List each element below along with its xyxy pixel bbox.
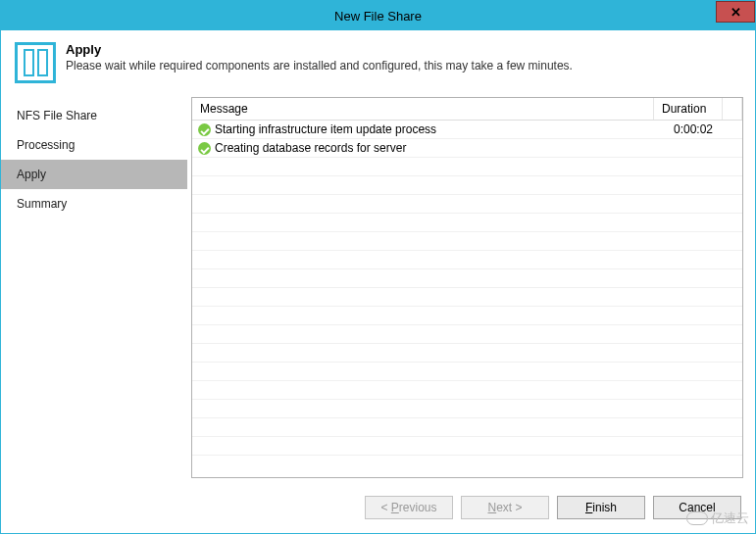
table-row-empty [192, 363, 742, 381]
column-header-pad [723, 98, 742, 120]
wizard-window: New File Share ✕ Apply Please wait while… [0, 0, 756, 534]
table-row: Starting infrastructure item update proc… [192, 121, 742, 139]
step-subtitle: Please wait while required components ar… [66, 59, 573, 73]
table-row-empty [192, 232, 742, 251]
wizard-content: Message Duration Starting infrastructure… [187, 89, 755, 486]
next-button: Next > [461, 496, 549, 519]
table-row-empty [192, 269, 742, 288]
wizard-body: NFS File ShareProcessingApplySummary Mes… [1, 89, 755, 486]
grid-rows: Starting infrastructure item update proc… [192, 121, 742, 477]
table-row-empty [192, 418, 742, 437]
table-row-empty [192, 381, 742, 400]
table-row-empty [192, 400, 742, 418]
wizard-footer: < Previous Next > Finish Cancel [1, 486, 755, 533]
table-row: Creating database records for server [192, 139, 742, 158]
file-share-icon [15, 42, 56, 83]
table-row-empty [192, 307, 742, 325]
sidebar-item-apply[interactable]: Apply [1, 160, 187, 189]
table-row-empty [192, 344, 742, 363]
step-title: Apply [66, 42, 573, 57]
sidebar-item-summary[interactable]: Summary [1, 189, 187, 218]
titlebar: New File Share ✕ [1, 1, 755, 30]
table-row-empty [192, 195, 742, 214]
row-duration: 0:00:02 [654, 122, 723, 136]
wizard-steps-sidebar: NFS File ShareProcessingApplySummary [1, 89, 187, 486]
table-row-empty [192, 214, 742, 232]
close-icon: ✕ [731, 5, 741, 20]
column-header-message[interactable]: Message [192, 98, 654, 120]
table-row-empty [192, 288, 742, 307]
header-text: Apply Please wait while required compone… [66, 42, 573, 73]
checkmark-icon [198, 123, 211, 136]
table-row-empty [192, 325, 742, 344]
table-row-empty [192, 251, 742, 269]
table-row-empty [192, 176, 742, 195]
previous-button: < Previous [365, 496, 453, 519]
progress-grid: Message Duration Starting infrastructure… [191, 97, 743, 478]
finish-button[interactable]: Finish [557, 496, 645, 519]
sidebar-item-processing[interactable]: Processing [1, 130, 187, 160]
sidebar-item-nfs-file-share[interactable]: NFS File Share [1, 101, 187, 130]
grid-header: Message Duration [192, 98, 742, 121]
cancel-button[interactable]: Cancel [653, 496, 741, 519]
table-row-empty [192, 158, 742, 176]
column-header-duration[interactable]: Duration [654, 98, 723, 120]
window-title: New File Share [1, 9, 755, 24]
row-message: Starting infrastructure item update proc… [215, 122, 436, 136]
close-button[interactable]: ✕ [716, 1, 755, 23]
checkmark-icon [198, 142, 211, 155]
row-message: Creating database records for server [215, 141, 406, 155]
wizard-header: Apply Please wait while required compone… [1, 30, 755, 89]
table-row-empty [192, 437, 742, 456]
